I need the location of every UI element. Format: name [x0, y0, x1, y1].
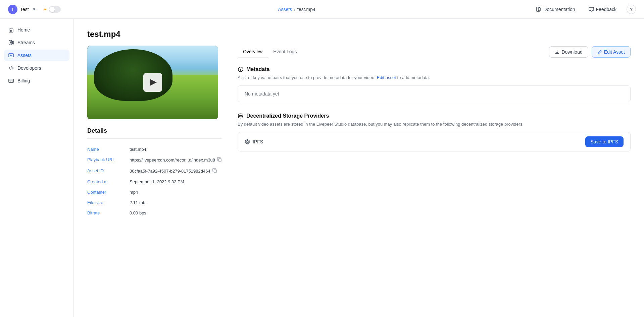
developers-icon [8, 65, 14, 71]
feedback-icon [589, 7, 594, 12]
download-label: Download [561, 49, 582, 55]
detail-label-container: Container [87, 190, 124, 195]
detail-value-file-size: 2.11 mb [130, 200, 145, 205]
detail-value-playback-url: https://livepeercdn.com/recor...d/index.… [130, 157, 222, 163]
asset-id-text: 80cfaa5f-7a92-4507-b279-81751982d464 [130, 169, 210, 174]
topbar-left: T Test ▼ ☀ [8, 5, 61, 14]
toggle-track [49, 6, 61, 13]
download-button[interactable]: Download [549, 46, 588, 58]
svg-point-2 [10, 42, 12, 43]
breadcrumb-current: test.mp4 [297, 7, 315, 12]
tabs: Overview Event Logs Download [238, 46, 631, 58]
breadcrumb-separator: / [294, 7, 295, 12]
detail-value-created-at: September 1, 2022 9:32 PM [130, 179, 184, 184]
copy-asset-id-button[interactable] [212, 168, 217, 174]
documentation-button[interactable]: Documentation [533, 5, 578, 14]
sidebar-streams-label: Streams [17, 40, 35, 45]
sidebar: Home Streams Assets [0, 19, 74, 317]
storage-title: Decentralized Storage Providers [246, 113, 329, 119]
tab-overview[interactable]: Overview [238, 46, 268, 58]
page-title: test.mp4 [87, 29, 631, 39]
detail-row-file-size: File size 2.11 mb [87, 197, 221, 208]
detail-label-name: Name [87, 147, 124, 152]
storage-description: By default video assets are stored in th… [238, 122, 631, 127]
edit-asset-link[interactable]: Edit asset [377, 75, 396, 80]
storage-name-ipfs: IPFS [245, 139, 263, 144]
billing-icon [8, 78, 14, 84]
content-grid: Details Name test.mp4 Playback URL https… [87, 46, 631, 218]
sidebar-item-assets[interactable]: Assets [4, 50, 69, 61]
help-button[interactable]: ? [627, 5, 636, 14]
metadata-desc-suffix: to add metadata. [397, 75, 430, 80]
breadcrumb-parent-link[interactable]: Assets [278, 7, 292, 12]
detail-row-created-at: Created at September 1, 2022 9:32 PM [87, 177, 221, 187]
sidebar-item-developers[interactable]: Developers [4, 62, 69, 74]
storage-provider-ipfs: IPFS Save to IPFS [238, 132, 631, 151]
assets-icon [8, 52, 14, 58]
app-layout: Home Streams Assets [0, 19, 644, 317]
detail-row-bitrate: Bitrate 0.00 bps [87, 208, 221, 218]
sun-icon: ☀ [43, 7, 47, 12]
breadcrumb: Assets / test.mp4 [278, 7, 315, 12]
sidebar-item-billing[interactable]: Billing [4, 75, 69, 86]
ipfs-label: IPFS [253, 139, 263, 144]
toggle-thumb [49, 7, 55, 12]
detail-label-asset-id: Asset ID [87, 168, 124, 173]
topbar: T Test ▼ ☀ Assets / test.mp4 Documentati… [0, 0, 644, 19]
feedback-button[interactable]: Feedback [585, 5, 620, 14]
tab-event-logs[interactable]: Event Logs [268, 46, 302, 58]
sidebar-home-label: Home [17, 27, 30, 33]
play-button[interactable] [143, 73, 162, 92]
right-panel: Overview Event Logs Download [238, 46, 631, 151]
documentation-label: Documentation [543, 7, 575, 12]
home-icon [8, 27, 14, 33]
sidebar-developers-label: Developers [17, 65, 41, 71]
copy-playback-url-button[interactable] [217, 157, 222, 163]
edit-asset-button[interactable]: Edit Asset [592, 46, 631, 58]
storage-section-header: Decentralized Storage Providers [238, 113, 631, 119]
tab-actions: Download Edit Asset [549, 46, 631, 58]
storage-icon [238, 113, 244, 119]
detail-label-file-size: File size [87, 200, 124, 205]
feedback-label: Feedback [596, 7, 616, 12]
tab-list: Overview Event Logs [238, 46, 302, 58]
detail-row-playback-url: Playback URL https://livepeercdn.com/rec… [87, 154, 221, 166]
detail-value-container: mp4 [130, 190, 138, 195]
metadata-icon [238, 66, 244, 72]
svg-rect-1 [538, 8, 540, 11]
playback-url-text: https://livepeercdn.com/recor...d/index.… [130, 157, 215, 163]
sidebar-item-home[interactable]: Home [4, 24, 69, 36]
detail-row-name: Name test.mp4 [87, 144, 221, 154]
detail-value-asset-id: 80cfaa5f-7a92-4507-b279-81751982d464 [130, 168, 217, 174]
streams-icon [8, 40, 14, 46]
play-icon [150, 79, 157, 86]
detail-value-name: test.mp4 [130, 147, 146, 152]
theme-toggle[interactable]: ☀ [43, 6, 61, 13]
svg-rect-5 [218, 158, 221, 161]
svg-marker-10 [246, 140, 248, 143]
video-player[interactable] [87, 46, 218, 119]
metadata-description: A list of key value pairs that you use t… [238, 75, 631, 80]
sidebar-item-streams[interactable]: Streams [4, 37, 69, 48]
detail-value-bitrate: 0.00 bps [130, 210, 146, 215]
metadata-section-header: Metadata [238, 66, 631, 72]
left-panel: Details Name test.mp4 Playback URL https… [87, 46, 221, 218]
detail-label-bitrate: Bitrate [87, 210, 124, 215]
detail-label-created-at: Created at [87, 179, 124, 184]
ipfs-icon [245, 139, 250, 144]
svg-point-8 [238, 114, 243, 116]
save-to-ipfs-button[interactable]: Save to IPFS [585, 136, 624, 147]
chevron-down-icon[interactable]: ▼ [32, 7, 36, 12]
detail-label-playback-url: Playback URL [87, 157, 124, 162]
metadata-empty-box: No metadata yet [238, 85, 631, 102]
sidebar-assets-label: Assets [17, 53, 32, 58]
topbar-right: Documentation Feedback ? [533, 5, 636, 14]
edit-asset-label: Edit Asset [604, 49, 625, 55]
metadata-desc-text: A list of key value pairs that you use t… [238, 75, 376, 80]
sidebar-billing-label: Billing [17, 78, 30, 83]
svg-rect-4 [9, 79, 13, 82]
edit-icon [597, 50, 602, 54]
detail-row-container: Container mp4 [87, 187, 221, 197]
download-icon [555, 50, 559, 54]
main-content: test.mp4 [74, 19, 644, 317]
